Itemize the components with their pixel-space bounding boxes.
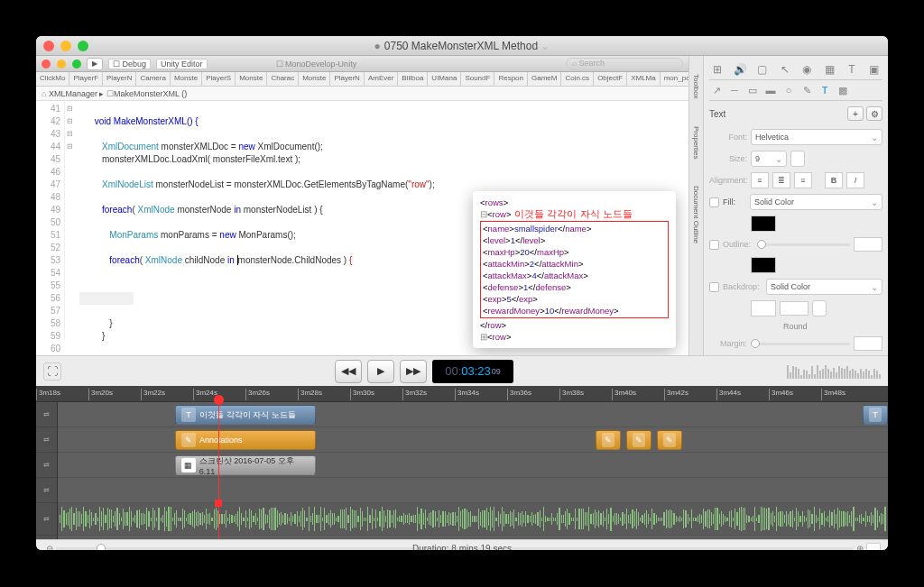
backdrop-value[interactable] <box>780 301 808 316</box>
track-header-4[interactable]: ⇄ <box>36 478 57 503</box>
text-tool-icon[interactable]: T <box>818 84 832 96</box>
mic-icon[interactable]: ◉ <box>800 63 813 76</box>
config-select[interactable]: ☐ Debug <box>108 59 151 69</box>
zoom-icon[interactable] <box>78 41 88 51</box>
audio-icon[interactable]: 🔊 <box>734 63 746 76</box>
arrow-tool-icon[interactable]: ↗ <box>709 84 724 96</box>
file-tab[interactable]: PlayerS <box>202 72 236 86</box>
size-stepper[interactable] <box>790 151 805 167</box>
file-tab[interactable]: Monste <box>171 72 202 86</box>
properties-tab[interactable]: Properties <box>692 126 700 159</box>
target-select[interactable]: Unity Editor <box>156 59 208 69</box>
bold-button[interactable]: B <box>825 172 843 188</box>
outline-color-swatch[interactable] <box>751 257 776 273</box>
fit-button[interactable] <box>866 543 881 551</box>
file-tab[interactable]: PlayerN <box>330 72 364 86</box>
blur-tool-icon[interactable]: ▩ <box>836 84 850 96</box>
annotation-clip-4[interactable]: ✎ <box>657 430 682 450</box>
play-button[interactable]: ▶ <box>367 360 394 383</box>
outline-value[interactable] <box>854 237 882 252</box>
tracks[interactable]: T이것들 각각이 자식 노드들 T ✎Annotations ✎ ✎ ✎ ▦스크… <box>58 402 888 539</box>
backdrop-mode-select[interactable]: Solid Color <box>766 279 882 295</box>
track-header-2[interactable]: ⇄ <box>36 427 57 453</box>
track-header-audio[interactable]: ⇄ <box>36 503 57 536</box>
file-tab[interactable]: Coin.cs <box>561 72 594 86</box>
screen-icon[interactable]: ▢ <box>756 63 769 76</box>
margin-slider[interactable] <box>751 343 850 345</box>
highlight-tool-icon[interactable]: ▬ <box>763 84 778 96</box>
file-tab[interactable]: Monste <box>299 72 330 86</box>
file-tab[interactable]: PlayerN <box>103 72 136 86</box>
rect-tool-icon[interactable]: ▭ <box>745 84 760 96</box>
time-ruler[interactable]: 3m18s3m20s3m22s3m24s3m26s3m28s3m30s3m32s… <box>36 386 888 402</box>
text-clip-2[interactable]: T <box>863 405 888 425</box>
file-tab[interactable]: XMLMa <box>627 72 661 86</box>
margin-value[interactable] <box>854 336 882 351</box>
file-tab[interactable]: mon_pc <box>661 72 688 86</box>
toolbox-tab[interactable]: Toolbox <box>692 74 700 99</box>
annotation-clip[interactable]: ✎Annotations <box>175 430 316 450</box>
zoom-out-icon[interactable]: ⊖ <box>43 544 56 550</box>
media-clip[interactable]: ▦스크린샷 2016-07-05 오후 6.11 <box>175 455 316 475</box>
pen-tool-icon[interactable]: ✎ <box>799 84 814 96</box>
minimize-icon[interactable] <box>60 41 71 51</box>
forward-button[interactable]: ▶▶ <box>400 360 427 383</box>
cursor-icon[interactable]: ↖ <box>779 63 791 76</box>
crop-icon[interactable]: ⛶ <box>43 362 61 381</box>
size-select[interactable]: 9 <box>751 151 787 167</box>
track-header-3[interactable]: ⇄ <box>36 453 57 478</box>
add-button[interactable]: + <box>847 106 864 121</box>
file-tab[interactable]: ObjectF <box>594 72 627 86</box>
backdrop-color-swatch[interactable] <box>751 300 776 316</box>
file-tab[interactable]: Respon <box>494 72 528 86</box>
fill-checkbox[interactable] <box>709 197 719 207</box>
backdrop-checkbox[interactable] <box>709 282 719 292</box>
file-tab[interactable]: GameM <box>528 72 561 86</box>
file-tabs[interactable]: ClickMoPlayerFPlayerNCameraMonstePlayerS… <box>36 72 688 87</box>
ide-zoom-icon[interactable] <box>72 60 81 69</box>
file-tab[interactable]: AmEver <box>365 72 398 86</box>
text-clip[interactable]: T이것들 각각이 자식 노드들 <box>175 405 316 425</box>
ide-close-icon[interactable] <box>42 60 51 69</box>
ide-min-icon[interactable] <box>57 60 66 69</box>
playhead[interactable] <box>218 402 219 539</box>
file-tab[interactable]: PlayerF <box>69 72 103 86</box>
rewind-button[interactable]: ◀◀ <box>335 360 362 383</box>
zoom-in-icon[interactable]: ⊕ <box>854 544 866 550</box>
italic-button[interactable]: I <box>846 172 864 188</box>
ellipse-tool-icon[interactable]: ○ <box>781 84 796 96</box>
file-tab[interactable]: Charac <box>267 72 299 86</box>
gear-icon[interactable]: ⚙ <box>866 106 882 121</box>
annotation-clip-3[interactable]: ✎ <box>626 430 651 450</box>
annotation-clip-2[interactable]: ✎ <box>596 430 621 450</box>
file-tab[interactable]: ClickMo <box>36 72 69 86</box>
outline-checkbox[interactable] <box>709 240 719 250</box>
breadcrumb[interactable]: XMLManager ▸ ☐ MakeMonsterXML () <box>36 87 688 101</box>
fill-mode-select[interactable]: Solid Color <box>750 194 882 210</box>
outline-tab[interactable]: Document Outline <box>692 186 700 243</box>
text-icon[interactable]: T <box>845 63 858 76</box>
ide-sidebar[interactable]: Toolbox Properties Document Outline <box>688 56 703 355</box>
search-input[interactable]: ⌕ Search <box>566 58 683 70</box>
line-tool-icon[interactable]: ─ <box>727 84 742 96</box>
file-tab[interactable]: Camera <box>136 72 170 86</box>
file-tab[interactable]: UIMana <box>428 72 461 86</box>
align-right-button[interactable]: ≡ <box>794 172 812 188</box>
film-icon[interactable]: ⊞ <box>711 63 724 76</box>
track-header-1[interactable]: ⇄ <box>36 402 57 427</box>
outline-slider[interactable] <box>757 243 850 246</box>
file-tab[interactable]: Monste <box>236 72 267 86</box>
file-tab[interactable]: Billboa <box>398 72 428 86</box>
align-left-button[interactable]: ≡ <box>751 172 769 188</box>
image-icon[interactable]: ▦ <box>823 63 836 76</box>
fill-color-swatch[interactable] <box>751 216 776 232</box>
audio-track[interactable] <box>58 503 888 536</box>
dual-icon[interactable]: ▣ <box>868 63 881 76</box>
font-select[interactable]: Helvetica <box>751 129 882 145</box>
close-icon[interactable] <box>43 41 54 51</box>
file-tab[interactable]: SoundF <box>461 72 494 86</box>
fold-column[interactable]: ⊟⊟⊟⊟ <box>65 101 74 339</box>
run-button[interactable]: ▶ <box>87 58 103 70</box>
align-center-button[interactable]: ≣ <box>772 172 790 188</box>
backdrop-stepper[interactable] <box>812 300 827 316</box>
